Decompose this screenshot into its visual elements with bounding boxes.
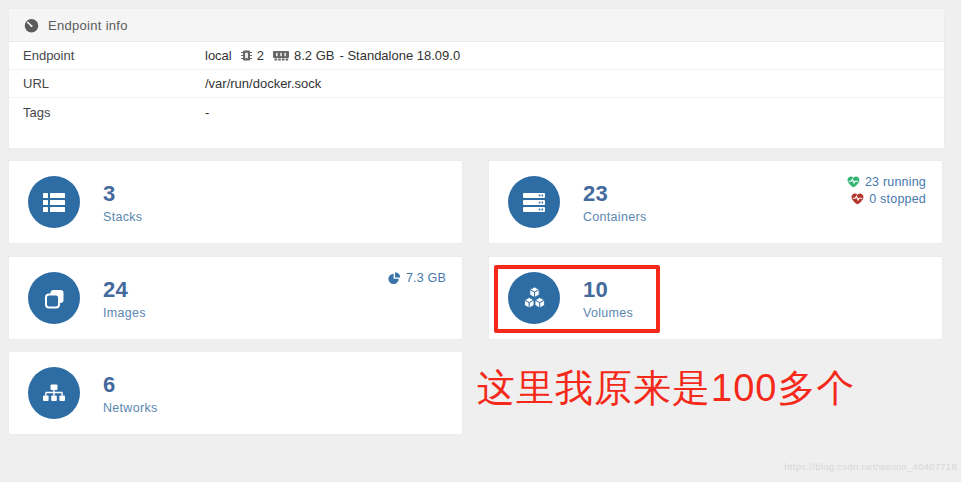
endpoint-label: Endpoint: [9, 48, 205, 63]
containers-status: 23 running 0 stopped: [847, 161, 926, 206]
images-card[interactable]: 24 Images 7.3 GB: [8, 256, 463, 340]
endpoint-info-header: Endpoint info: [9, 9, 944, 42]
containers-count: 23: [583, 181, 646, 207]
containers-card[interactable]: 23 Containers 23 running: [488, 160, 943, 244]
volumes-count: 10: [583, 277, 633, 303]
panel-title: Endpoint info: [48, 18, 128, 33]
images-count: 24: [103, 277, 146, 303]
stopped-status: 0 stopped: [851, 192, 926, 206]
images-label: Images: [103, 306, 146, 320]
networks-icon: [28, 367, 80, 419]
endpoint-info-table: Endpoint local 2: [9, 42, 944, 140]
running-text: 23 running: [865, 175, 926, 189]
endpoint-memory: 8.2 GB: [294, 48, 334, 63]
networks-count: 6: [103, 372, 158, 398]
heartbeat-red-icon: [851, 193, 864, 205]
endpoint-engine: - Standalone 18.09.0: [339, 48, 460, 63]
volumes-label: Volumes: [583, 306, 633, 320]
volumes-card[interactable]: 10 Volumes: [488, 256, 943, 340]
endpoint-row: Endpoint local 2: [9, 42, 944, 70]
endpoint-value: local 2: [205, 48, 460, 63]
images-size-info: 7.3 GB: [388, 257, 446, 285]
containers-label: Containers: [583, 210, 646, 224]
url-value: /var/run/docker.sock: [205, 76, 321, 91]
tags-value: -: [205, 105, 209, 120]
stacks-label: Stacks: [103, 210, 142, 224]
portainer-dashboard: Endpoint info Endpoint local: [0, 0, 961, 482]
containers-icon: [508, 176, 560, 228]
running-status: 23 running: [847, 175, 926, 189]
heartbeat-green-icon: [847, 176, 860, 188]
microchip-icon: [241, 49, 252, 62]
endpoint-info-panel: Endpoint info Endpoint local: [8, 8, 945, 149]
networks-card[interactable]: 6 Networks: [8, 351, 463, 435]
tachometer-icon: [24, 18, 39, 33]
tags-row: Tags -: [9, 98, 944, 140]
endpoint-cpu-count: 2: [257, 48, 264, 63]
networks-label: Networks: [103, 401, 158, 415]
tags-label: Tags: [9, 105, 205, 120]
memory-icon: [273, 50, 289, 61]
pie-chart-icon: [388, 272, 401, 285]
stacks-icon: [28, 176, 80, 228]
stacks-count: 3: [103, 181, 142, 207]
watermark: https://blog.csdn.net/weixin_40407718: [784, 461, 957, 472]
stopped-text: 0 stopped: [869, 192, 926, 206]
url-label: URL: [9, 76, 205, 91]
annotation-text: 这里我原来是100多个: [477, 363, 855, 414]
images-icon: [28, 272, 80, 324]
images-size-text: 7.3 GB: [406, 271, 446, 285]
volumes-icon: [508, 272, 560, 324]
size-line: 7.3 GB: [388, 271, 446, 285]
endpoint-name: local: [205, 48, 232, 63]
stacks-card[interactable]: 3 Stacks: [8, 160, 463, 244]
url-row: URL /var/run/docker.sock: [9, 70, 944, 98]
